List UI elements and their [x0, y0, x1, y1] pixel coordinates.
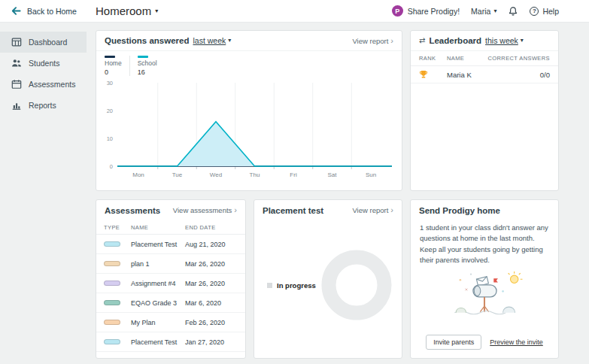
card-title: Leaderboard	[429, 36, 481, 45]
sidebar-item-students[interactable]: Students	[0, 53, 87, 74]
sidebar-item-label: Reports	[29, 101, 56, 110]
user-name: Maria	[471, 7, 490, 16]
questions-answered-chart: 0102030MonTueWedThuFriSatSun	[96, 77, 402, 183]
bar-chart-icon	[11, 100, 22, 111]
time-filter-dropdown[interactable]: last week	[193, 36, 231, 45]
preview-invite-link[interactable]: Preview the invite	[490, 338, 543, 346]
back-to-home-button[interactable]: Back to Home	[11, 5, 96, 17]
svg-text:Tue: Tue	[172, 171, 183, 178]
prodigy-logo	[392, 5, 403, 17]
school-series-swatch	[138, 56, 148, 58]
assessment-type-badge	[104, 320, 120, 325]
assessments-card: Assessments View assessments TYPE NAME E…	[96, 199, 246, 359]
send-prodigy-home-card: Send Prodigy home 1 student in your clas…	[410, 199, 559, 359]
view-assessments-link[interactable]: View assessments	[173, 206, 237, 214]
leaderboard-filter-dropdown[interactable]: this week	[485, 36, 524, 45]
leaderboard-header: Leaderboard this week	[411, 31, 558, 51]
assessment-row: plan 1 Mar 26, 2020	[96, 254, 245, 274]
chevron-right-icon	[390, 206, 393, 214]
svg-text:Thu: Thu	[250, 171, 260, 178]
svg-text:0: 0	[110, 162, 113, 169]
sidebar-item-label: Students	[29, 59, 59, 68]
assessment-row: Assignment #4 Mar 26, 2020	[96, 274, 245, 293]
send-home-description: 1 student in your class didn't answer an…	[411, 220, 558, 265]
topbar-right: Share Prodigy! Maria Help	[392, 5, 559, 17]
svg-text:Fri: Fri	[290, 171, 297, 178]
send-home-header: Send Prodigy home	[411, 200, 558, 220]
sidebar-item-label: Dashboard	[29, 38, 67, 47]
assessments-column-headers: TYPE NAME END DATE	[96, 220, 245, 235]
app-frame: Back to Home Homeroom Share Prodigy! Mar…	[0, 0, 589, 364]
legend-divider	[129, 56, 130, 76]
leaderboard-row: Maria K 0/0	[411, 66, 558, 83]
svg-text:Sun: Sun	[366, 171, 376, 178]
card-title: Assessments	[105, 206, 160, 215]
sidebar-item-dashboard[interactable]: Dashboard	[0, 32, 87, 53]
leaderboard-column-headers: RANK NAME CORRECT ANSWERS	[411, 51, 558, 66]
view-report-link[interactable]: View report	[352, 206, 393, 214]
svg-text:30: 30	[107, 79, 113, 86]
help-icon	[530, 7, 539, 16]
dashboard-icon	[11, 37, 22, 47]
calendar-icon	[11, 79, 22, 89]
sidebar-item-reports[interactable]: Reports	[0, 95, 87, 116]
chevron-down-icon	[228, 38, 231, 44]
assessment-type-badge	[104, 281, 120, 286]
mailbox-illustration	[411, 270, 558, 321]
classroom-title-dropdown[interactable]: Homeroom	[96, 5, 158, 17]
share-prodigy-button[interactable]: Share Prodigy!	[392, 5, 460, 17]
chevron-down-icon	[521, 38, 524, 44]
svg-text:Mon: Mon	[132, 171, 144, 178]
assessment-row: Placement Test Jan 27, 2020	[96, 332, 245, 352]
chevron-down-icon	[493, 8, 496, 14]
correct-answers-value: 0/0	[540, 71, 550, 79]
svg-text:20: 20	[107, 107, 113, 114]
home-series-swatch	[105, 56, 115, 58]
sidebar: Dashboard Students Assessments Reports	[0, 23, 87, 364]
sidebar-item-label: Assessments	[29, 80, 75, 89]
assessment-type-badge	[104, 300, 120, 305]
leaderboard-swap-icon	[419, 37, 425, 44]
student-name: Maria K	[447, 71, 540, 79]
placement-legend-label: In progress	[277, 281, 316, 290]
assessment-row: My Plan Feb 26, 2020	[96, 313, 245, 332]
trophy-icon	[419, 70, 447, 79]
legend-item-home: Home 0	[105, 56, 122, 76]
view-report-link[interactable]: View report	[352, 37, 393, 45]
assessment-row: Placement Test Aug 21, 2020	[96, 235, 245, 254]
bell-icon	[508, 6, 518, 17]
svg-text:Wed: Wed	[210, 171, 222, 178]
topbar: Back to Home Homeroom Share Prodigy! Mar…	[0, 0, 589, 23]
user-menu[interactable]: Maria	[471, 7, 496, 16]
assessment-type-badge	[104, 339, 120, 344]
share-prodigy-label: Share Prodigy!	[408, 7, 460, 16]
help-button[interactable]: Help	[530, 7, 559, 16]
placement-test-card: Placement test View report In progress	[254, 199, 402, 359]
leaderboard-card: Leaderboard this week RANK NAME CORRECT …	[410, 30, 559, 191]
students-icon	[11, 58, 22, 68]
questions-card-header: Questions answered last week View report	[96, 31, 402, 51]
assessment-type-badge	[104, 261, 120, 266]
card-title: Questions answered	[105, 36, 189, 45]
notifications-button[interactable]	[508, 6, 518, 17]
send-home-actions: Invite parents Preview the invite	[411, 335, 558, 350]
assessment-type-badge	[104, 241, 120, 247]
placement-legend-swatch	[267, 283, 272, 288]
card-title: Send Prodigy home	[419, 206, 500, 215]
assessment-row: EQAO Grade 3 Mar 6, 2020	[96, 293, 245, 313]
page-title: Homeroom	[96, 5, 151, 17]
invite-parents-button[interactable]: Invite parents	[426, 335, 481, 350]
assessments-header: Assessments View assessments	[96, 200, 245, 220]
placement-header: Placement test View report	[254, 200, 402, 220]
card-title: Placement test	[263, 206, 323, 215]
legend-item-school: School 16	[138, 56, 157, 76]
svg-text:10: 10	[107, 135, 113, 141]
back-arrow-icon	[11, 5, 22, 17]
sidebar-item-assessments[interactable]: Assessments	[0, 74, 87, 95]
svg-text:Sat: Sat	[327, 171, 337, 178]
questions-answered-card: Questions answered last week View report…	[96, 30, 402, 191]
placement-donut	[320, 249, 393, 321]
help-label: Help	[542, 7, 559, 16]
placement-content: In progress	[254, 249, 402, 321]
chevron-right-icon	[390, 37, 393, 45]
